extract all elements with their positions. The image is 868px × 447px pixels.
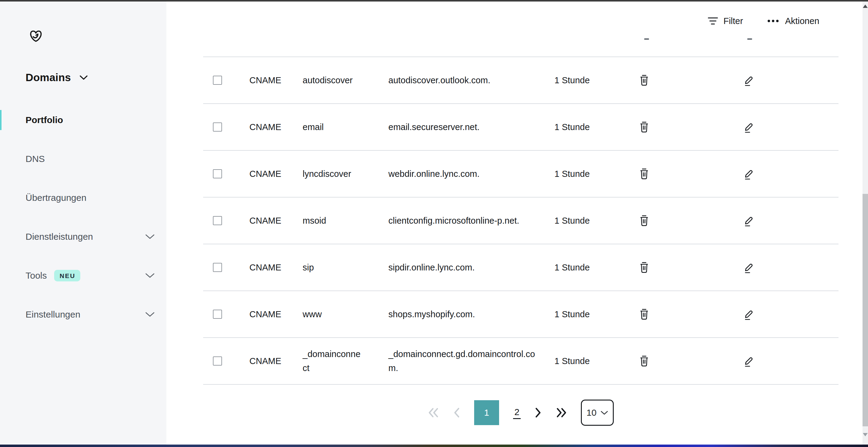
chevron-down-icon [80, 75, 88, 80]
sidebar-item-label: Tools [26, 270, 47, 281]
page-size-select[interactable]: 10 [581, 400, 614, 426]
delete-record-button[interactable] [639, 168, 650, 180]
record-value-cell: sipdir.online.lync.com. [389, 261, 554, 274]
edit-record-button[interactable] [743, 355, 754, 367]
delete-cell [630, 168, 734, 180]
table-toolbar: Filter Aktionen [708, 12, 819, 30]
domains-menu-label: Domains [26, 71, 71, 83]
edit-cell [734, 355, 838, 367]
row-checkbox[interactable] [213, 310, 222, 319]
delete-record-button[interactable] [639, 308, 650, 320]
sidebar: Domains Portfolio DNS Übertragungen Dien… [0, 2, 166, 445]
sidebar-item-label: Einstellungen [26, 309, 80, 320]
actions-button[interactable]: Aktionen [767, 16, 819, 26]
chevron-down-icon [145, 312, 155, 317]
filter-label: Filter [723, 16, 743, 26]
edit-record-button[interactable] [743, 74, 754, 87]
checkbox-cell [203, 76, 249, 85]
delete-record-button[interactable] [639, 214, 650, 227]
vertical-scrollbar [863, 2, 868, 445]
sidebar-item-label: Übertragungen [26, 193, 86, 203]
record-value-cell: webdir.online.lync.com. [389, 167, 554, 181]
checkbox-cell [203, 169, 249, 178]
ellipsis-icon [767, 20, 779, 23]
previous-page-button[interactable] [453, 408, 460, 418]
delete-cell [630, 355, 734, 367]
record-name-cell: sip [303, 261, 389, 274]
page-2-button[interactable]: 2 [513, 406, 521, 419]
trash-icon [639, 308, 650, 320]
edit-cell [734, 74, 838, 87]
sidebar-item-dienstleistungen[interactable]: Dienstleistungen [0, 217, 166, 256]
window-bottom-edge [0, 445, 868, 447]
record-value-cell: _domainconnect.gd.domaincontrol.com. [389, 347, 554, 375]
sidebar-item-uebertragungen[interactable]: Übertragungen [0, 178, 166, 217]
edit-record-button[interactable] [743, 261, 754, 274]
sidebar-item-einstellungen[interactable]: Einstellungen [0, 295, 166, 334]
row-checkbox[interactable] [213, 356, 222, 366]
delete-record-button[interactable] [639, 261, 650, 274]
edit-record-button[interactable] [743, 168, 754, 180]
record-ttl-cell: 1 Stunde [554, 169, 630, 179]
sidebar-item-tools[interactable]: Tools NEU [0, 256, 166, 295]
record-ttl-cell: 1 Stunde [554, 122, 630, 132]
row-checkbox[interactable] [213, 76, 222, 85]
trash-icon [639, 121, 650, 133]
page-size-value: 10 [586, 408, 596, 418]
delete-cell [630, 214, 734, 227]
row-checkbox[interactable] [213, 123, 222, 132]
pencil-icon [743, 308, 754, 320]
checkbox-cell [203, 216, 249, 225]
delete-cell [630, 308, 734, 320]
edit-record-button[interactable] [743, 121, 754, 133]
delete-record-button[interactable] [639, 121, 650, 133]
pencil-icon [743, 261, 754, 274]
table-row: CNAME msoid clientconfig.microsoftonline… [203, 198, 838, 244]
checkbox-cell [203, 356, 249, 366]
record-ttl-cell: 1 Stunde [554, 309, 630, 319]
scroll-down-arrow[interactable] [863, 433, 868, 436]
sidebar-item-label: Dienstleistungen [26, 232, 93, 242]
row-checkbox[interactable] [213, 263, 222, 272]
record-type-cell: CNAME [249, 356, 303, 366]
record-type-cell: CNAME [249, 216, 303, 226]
sort-indicator-remnant [644, 38, 649, 40]
record-value-cell: clientconfig.microsoftonline-p.net. [389, 214, 554, 228]
trash-icon [639, 214, 650, 227]
next-page-button[interactable] [535, 408, 542, 418]
godaddy-logo-icon[interactable] [29, 29, 43, 43]
delete-record-button[interactable] [639, 355, 650, 367]
pencil-icon [743, 121, 754, 133]
record-ttl-cell: 1 Stunde [554, 75, 630, 85]
scroll-up-arrow[interactable] [863, 5, 868, 8]
edit-cell [734, 261, 838, 274]
last-page-button[interactable] [556, 408, 567, 418]
record-name-cell: autodiscover [303, 73, 389, 87]
record-value-cell: shops.myshopify.com. [389, 307, 554, 321]
filter-icon [708, 17, 718, 25]
domains-menu[interactable]: Domains [26, 71, 88, 83]
row-checkbox[interactable] [213, 216, 222, 225]
record-type-cell: CNAME [249, 122, 303, 132]
edit-record-button[interactable] [743, 214, 754, 227]
filter-button[interactable]: Filter [708, 16, 743, 26]
edit-cell [734, 168, 838, 180]
checkbox-cell [203, 263, 249, 272]
trash-icon [639, 168, 650, 180]
pencil-icon [743, 168, 754, 180]
page-1-button[interactable]: 1 [474, 400, 499, 425]
trash-icon [639, 355, 650, 367]
trash-icon [639, 74, 650, 87]
sidebar-item-dns[interactable]: DNS [0, 139, 166, 178]
scrollbar-thumb[interactable] [863, 194, 868, 426]
edit-record-button[interactable] [743, 308, 754, 320]
actions-label: Aktionen [785, 16, 819, 26]
first-page-button[interactable] [428, 408, 439, 418]
checkbox-cell [203, 123, 249, 132]
pencil-icon [743, 74, 754, 87]
row-checkbox[interactable] [213, 169, 222, 178]
sidebar-nav: Portfolio DNS Übertragungen Dienstleistu… [0, 101, 166, 334]
delete-record-button[interactable] [639, 74, 650, 87]
table-row: CNAME sip sipdir.online.lync.com. 1 Stun… [203, 244, 838, 291]
sidebar-item-portfolio[interactable]: Portfolio [0, 101, 166, 139]
